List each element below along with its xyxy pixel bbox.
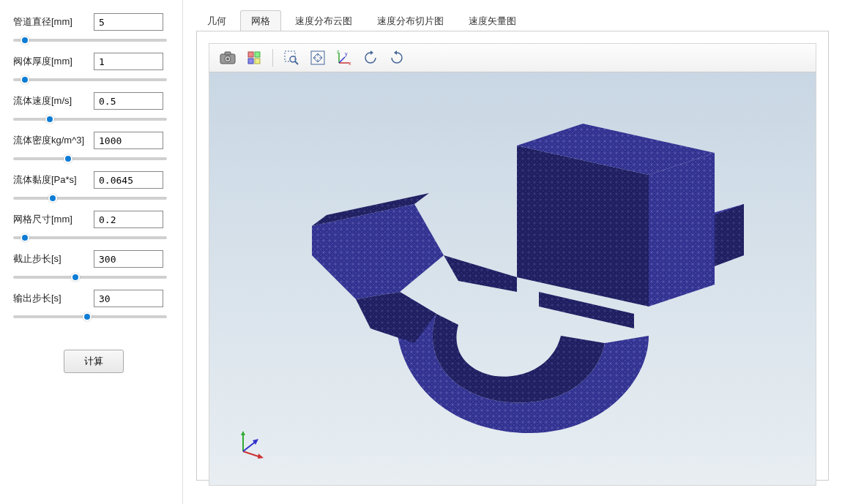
- svg-rect-11: [311, 51, 324, 64]
- parameters-sidebar: 管道直径[mm] 阀体厚度[mm] 流体速度[m/s] 流体密度kg/m^3] …: [0, 0, 183, 504]
- valve-thickness-slider[interactable]: [13, 78, 167, 82]
- fluid-viscosity-slider[interactable]: [13, 196, 167, 200]
- mesh-visualization: [268, 109, 780, 460]
- tab-velocity-vector[interactable]: 速度矢量图: [458, 10, 527, 31]
- param-label: 管道直径[mm]: [13, 15, 94, 29]
- svg-point-3: [226, 58, 229, 61]
- snapshot-icon[interactable]: [215, 47, 240, 69]
- fluid-viscosity-input[interactable]: [94, 171, 163, 189]
- svg-line-10: [295, 61, 298, 64]
- calculate-button[interactable]: 计算: [64, 350, 124, 373]
- svg-marker-21: [241, 431, 245, 435]
- print-icon[interactable]: [242, 47, 267, 69]
- svg-line-22: [243, 451, 261, 457]
- fluid-density-slider[interactable]: [13, 157, 167, 161]
- fluid-velocity-slider[interactable]: [13, 117, 167, 121]
- fluid-velocity-input[interactable]: [94, 92, 163, 110]
- param-label: 输出步长[s]: [13, 292, 94, 305]
- tab-velocity-slice[interactable]: 速度分布切片图: [366, 10, 455, 31]
- svg-rect-5: [255, 52, 260, 57]
- svg-marker-23: [258, 454, 264, 459]
- tab-velocity-contour[interactable]: 速度分布云图: [284, 10, 363, 31]
- svg-line-14: [339, 57, 345, 63]
- output-step-input[interactable]: [94, 290, 163, 307]
- stop-step-slider[interactable]: [13, 275, 167, 279]
- viewer-container: zxy: [196, 31, 829, 481]
- rotate-cw-icon[interactable]: [384, 47, 409, 69]
- svg-rect-1: [225, 52, 231, 55]
- param-label: 流体密度kg/m^3]: [13, 134, 94, 147]
- tab-geometry[interactable]: 几何: [196, 10, 237, 31]
- output-step-slider[interactable]: [13, 315, 167, 319]
- param-label: 网格尺寸[mm]: [13, 213, 94, 226]
- param-label: 流体速度[m/s]: [13, 94, 94, 108]
- svg-rect-6: [248, 59, 253, 64]
- mesh-size-slider[interactable]: [13, 236, 167, 240]
- toolbar-divider: [272, 49, 273, 67]
- main-area: 几何 网格 速度分布云图 速度分布切片图 速度矢量图 zxy: [183, 0, 842, 504]
- svg-text:x: x: [349, 61, 351, 66]
- tab-bar: 几何 网格 速度分布云图 速度分布切片图 速度矢量图: [196, 10, 829, 31]
- zoom-select-icon[interactable]: [279, 47, 304, 69]
- rotate-ccw-icon[interactable]: [358, 47, 383, 69]
- fluid-density-input[interactable]: [94, 132, 163, 149]
- orientation-axes-icon: [231, 428, 267, 463]
- svg-text:z: z: [337, 50, 340, 54]
- zoom-extents-icon[interactable]: [305, 47, 330, 69]
- param-label: 阀体厚度[mm]: [13, 55, 94, 68]
- 3d-viewport[interactable]: [209, 72, 816, 486]
- param-label: 流体黏度[Pa*s]: [13, 173, 94, 187]
- svg-rect-7: [255, 59, 260, 64]
- valve-thickness-input[interactable]: [94, 53, 163, 70]
- stop-step-input[interactable]: [94, 250, 163, 268]
- axes-icon[interactable]: zxy: [332, 47, 357, 69]
- graphics-toolbar: zxy: [209, 43, 816, 72]
- svg-text:y: y: [345, 51, 348, 57]
- mesh-size-input[interactable]: [94, 211, 163, 228]
- pipe-diameter-input[interactable]: [94, 13, 163, 31]
- pipe-diameter-slider[interactable]: [13, 38, 167, 42]
- tab-mesh[interactable]: 网格: [240, 10, 281, 31]
- svg-rect-4: [248, 52, 253, 57]
- param-label: 截止步长[s]: [13, 252, 94, 266]
